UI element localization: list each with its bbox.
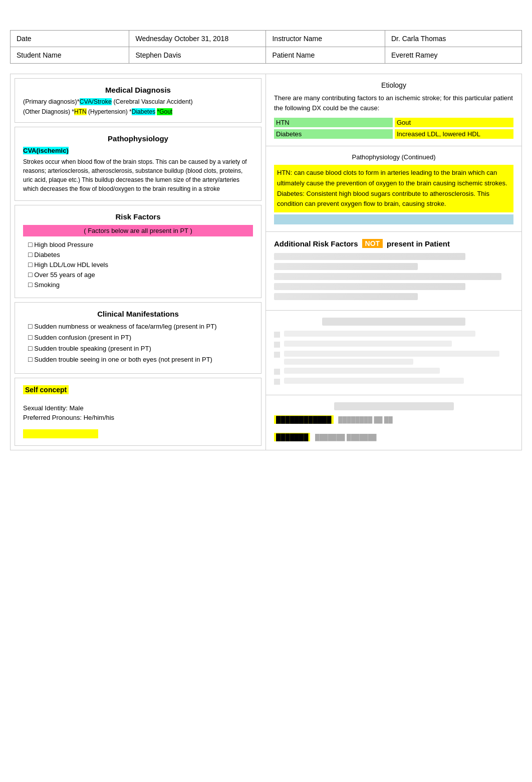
arf-suffix: present in Patient	[387, 239, 450, 248]
right-column: Etiology There are many contributing fac…	[266, 74, 521, 450]
sc-highlight-2: ███████	[274, 433, 310, 441]
pathophysiology-title: Pathophysiology	[23, 134, 253, 143]
arf-title-row: Additional Risk Factors NOT present in P…	[274, 239, 513, 248]
list-item: Over 55 years of age	[28, 271, 253, 279]
cva-stroke-highlight: CVA/Stroke	[80, 98, 112, 105]
list-item: High LDL/Low HDL levels	[28, 260, 253, 269]
patho-cont-blue-bar	[274, 214, 513, 224]
header-table: Date Wednesday October 31, 2018 Instruct…	[10, 30, 522, 64]
clinical-manifestations-section: Clinical Manifestations Sudden numbness …	[15, 302, 261, 374]
primary-prefix: (Primary diagnosis)*	[23, 98, 80, 105]
htn-suffix: (Hypertension) *	[87, 108, 132, 115]
page-container: Date Wednesday October 31, 2018 Instruct…	[0, 0, 532, 460]
primary-suffix: (Cerebral Vascular Accident)	[112, 98, 193, 105]
list-item: Sudden confusion (present in PT)	[28, 333, 253, 341]
etiology-text: There are many contributing factors to a…	[274, 93, 513, 113]
blurred-line-5	[274, 293, 418, 300]
clinical-manifestations-list: Sudden numbness or weakness of face/arm/…	[23, 322, 253, 363]
clinical-manifestations-title: Clinical Manifestations	[23, 310, 253, 318]
blurred-block-3	[284, 351, 499, 365]
etiology-items: HTN Gout Diabetes Increased LDL, lowered…	[274, 118, 513, 139]
blurred-line-2	[274, 263, 418, 270]
list-item: Sudden trouble speaking (present in PT)	[28, 344, 253, 352]
blurred-section-title	[322, 318, 466, 326]
self-concept-title: Self concept	[23, 385, 69, 394]
arf-title: Additional Risk Factors	[274, 239, 358, 248]
student-value: Stephen Davis	[129, 47, 266, 64]
list-item: Sudden trouble seeing in one or both eye…	[28, 355, 253, 363]
etiology-section: Etiology There are many contributing fac…	[266, 74, 521, 146]
pathophysiology-section: Pathophysiology CVA(ischemic) Strokes oc…	[15, 127, 261, 201]
self-concept-section: Self concept Sexual Identity: Male Prefe…	[15, 378, 261, 446]
patho-cont-text: HTN: can cause blood clots to form in ar…	[274, 165, 513, 212]
sexual-identity-label: Sexual Identity:	[23, 404, 68, 412]
pronouns: Preferred Pronouns: He/him/his	[23, 414, 253, 421]
gout-highlight: *Gout	[157, 108, 172, 115]
student-label: Student Name	[11, 47, 129, 64]
list-item: Diabetes	[28, 250, 253, 258]
patient-value: Everett Ramey	[385, 47, 521, 64]
risk-factors-banner: ( Factors below are all present in PT )	[23, 225, 253, 236]
sc-blurred-text-2: ███████ ███████	[315, 434, 376, 441]
other-risk-factors-continued-section	[266, 311, 521, 395]
risk-factors-section: Risk Factors ( Factors below are all pre…	[15, 205, 261, 298]
blurred-block-4	[284, 368, 440, 374]
etiology-htn: HTN	[274, 118, 393, 127]
sexual-identity-value: Male	[70, 404, 84, 412]
etiology-gout: Gout	[395, 118, 513, 127]
blurred-line-3	[274, 273, 501, 280]
blurred-block-1	[284, 331, 475, 337]
etiology-title: Etiology	[274, 81, 513, 89]
blurred-block-2	[284, 341, 452, 347]
main-grid: Medical Diagnosis (Primary diagnosis)*CV…	[10, 74, 522, 450]
etiology-ldl: Increased LDL, lowered HDL	[395, 129, 513, 139]
primary-diagnosis: (Primary diagnosis)*CVA/Stroke (Cerebral…	[23, 98, 253, 105]
pathophysiology-text: Strokes occur when blood flow of the bra…	[23, 157, 253, 193]
list-item: Smoking	[28, 281, 253, 289]
patient-label: Patient Name	[266, 47, 385, 64]
patho-cont-title: Pathophysiology (Continued)	[274, 153, 513, 161]
risk-factors-list: High blood Pressure Diabetes High LDL/Lo…	[23, 240, 253, 289]
blurred-line-4	[274, 283, 465, 290]
blurred-sc-title	[334, 402, 454, 410]
date-label: Date	[11, 31, 129, 47]
pathophysiology-continued-section: Pathophysiology (Continued) HTN: can cau…	[266, 146, 521, 232]
date-value: Wednesday October 31, 2018	[129, 31, 266, 47]
cva-ischemic-highlight: CVA(ischemic)	[23, 147, 69, 154]
instructor-label: Instructor Name	[266, 31, 385, 47]
self-concept-blurred-bar	[23, 429, 98, 438]
sc-blurred-text-1: ████████ ██ ██	[338, 416, 393, 423]
htn-text: HTN: can cause blood clots to form in ar…	[277, 169, 507, 187]
diabetes-highlight: Diabetes	[132, 108, 155, 115]
other-diagnosis: (Other Diagnosis) *HTN (Hypertension) *D…	[23, 108, 253, 115]
etiology-diabetes: Diabetes	[274, 129, 393, 139]
blurred-line-1	[274, 253, 465, 260]
sc-right-row1: ████████████ ████████ ██ ██	[274, 415, 513, 428]
pronouns-value: He/him/his	[84, 414, 114, 421]
risk-factors-title: Risk Factors	[23, 212, 253, 221]
blurred-block-5	[284, 378, 464, 384]
diabetes-text: Diabetes: Consistent high blood sugars c…	[277, 190, 489, 208]
pronouns-label: Preferred Pronouns:	[23, 414, 82, 421]
instructor-value: Dr. Carla Thomas	[385, 31, 521, 47]
self-concept-right-section: ████████████ ████████ ██ ██ ███████ ████…	[266, 395, 521, 448]
list-item: High blood Pressure	[28, 240, 253, 248]
sc-highlight-1: ████████████	[274, 415, 334, 424]
sc-right-row2: ███████ ███████ ███████	[274, 433, 513, 441]
medical-diagnosis-title: Medical Diagnosis	[23, 86, 253, 94]
left-column: Medical Diagnosis (Primary diagnosis)*CV…	[11, 74, 266, 450]
list-item: Sudden numbness or weakness of face/arm/…	[28, 322, 253, 330]
medical-diagnosis-section: Medical Diagnosis (Primary diagnosis)*CV…	[15, 78, 261, 123]
other-prefix: (Other Diagnosis) *	[23, 108, 74, 115]
htn-highlight: HTN	[74, 108, 87, 115]
sexual-identity: Sexual Identity: Male	[23, 404, 253, 412]
additional-risk-factors-section: Additional Risk Factors NOT present in P…	[266, 232, 521, 311]
not-badge: NOT	[362, 239, 383, 248]
